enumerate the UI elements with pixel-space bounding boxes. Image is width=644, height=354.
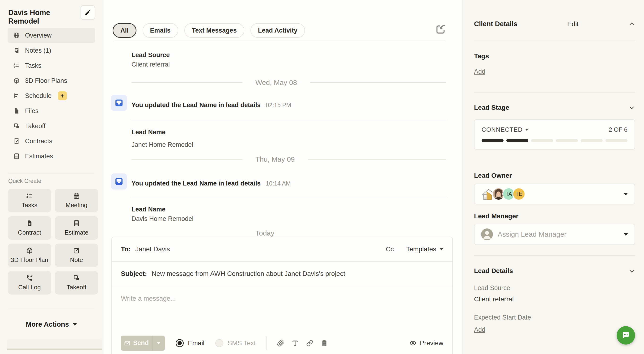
sidebar-item-label: Notes (1) [25,47,51,54]
sidebar-item-label: Overview [25,32,52,39]
cc-button[interactable]: Cc [386,246,394,253]
quick-create-meeting-button[interactable]: Meeting [55,189,98,212]
tab-emails[interactable]: Emails [142,23,178,38]
quick-create-tasks-button[interactable]: Tasks [8,189,51,212]
feed-field-label: Lead Source [132,52,170,59]
send-options-button[interactable] [152,336,165,351]
chevron-up-icon[interactable] [628,21,635,28]
divider-line [308,159,446,160]
panel-divider [474,40,635,41]
sidebar-item-overview[interactable]: Overview [8,28,95,43]
preview-button[interactable]: Preview [409,339,443,347]
tab-text-messages[interactable]: Text Messages [184,23,244,38]
quick-create-label: Tasks [22,202,37,209]
date-divider: Thu, May 09 [132,154,446,164]
document-icon [26,220,33,227]
send-button[interactable]: Send [121,336,152,351]
feed-field-label: Lead Name [132,206,166,213]
to-label: To: [121,246,130,253]
sidebar-item-schedule[interactable]: Schedule [8,88,95,103]
more-actions-button[interactable]: More Actions [0,318,103,331]
tab-lead-activity[interactable]: Lead Activity [250,23,305,38]
stage-progress-bar [482,139,628,142]
sidebar-item-files[interactable]: Files [8,103,95,118]
channel-sms-label: SMS Text [228,339,256,347]
stage-segment [531,139,553,142]
sidebar-item-3d-floor-plans[interactable]: 3D Floor Plans [8,73,95,88]
edit-client-details-link[interactable]: Edit [567,20,578,28]
calculator-icon [73,220,80,227]
calendar-icon [73,192,80,200]
divider-line [287,233,446,234]
lead-details-icon [111,174,127,190]
add-start-date-link[interactable]: Add [474,326,485,333]
radio-selected-icon [176,339,184,347]
stage-dropdown[interactable]: CONNECTED [482,126,528,133]
cube-icon [13,78,20,84]
sidebar-item-estimates[interactable]: Estimates [8,149,95,164]
quick-create-contract-button[interactable]: Contract [8,216,51,240]
quick-create-label: Estimate [64,229,88,236]
tasks-icon [13,62,20,69]
panel-title: Client Details [474,20,518,28]
takeoff-icon [13,123,20,129]
sidebar-item-contracts[interactable]: Contracts [8,134,95,149]
quick-create-note-button[interactable]: Note [55,244,98,267]
file-icon [13,108,20,114]
lead-owner-dropdown[interactable]: TA TE [474,184,635,204]
sidebar-item-takeoff[interactable]: Takeoff [8,118,95,134]
quick-create-label: Takeoff [66,284,86,291]
date-divider-today: Today [132,228,446,238]
quick-create-grid: Tasks Meeting Contract Estimate 3D Floor… [8,189,98,294]
caret-down-icon [440,248,443,250]
edit-project-button[interactable] [80,5,95,20]
composer-subject-row[interactable]: Subject: New message from AWH Constructi… [112,262,452,286]
message-input[interactable]: Write a message... [112,286,452,332]
sidebar-divider [8,173,94,174]
caret-down-icon [525,128,528,131]
sidebar-item-label: Estimates [25,153,53,160]
sidebar-item-label: Takeoff [25,122,46,130]
ai-sparkle-badge [58,91,67,100]
link-icon[interactable] [306,339,314,347]
lead-stage-heading: Lead Stage [474,104,509,112]
subject-value: New message from AWH Construction about … [152,270,345,278]
lead-owner-heading: Lead Owner [474,172,635,179]
activity-entry: You updated the Lead Name in lead detail… [132,180,291,187]
toolbar-divider [266,336,266,350]
sidebar-item-notes[interactable]: Notes (1) [8,43,95,58]
panel-divider [474,92,635,92]
quick-create-call-log-button[interactable]: Call Log [8,271,51,294]
chat-fab-button[interactable] [616,326,635,344]
sidebar-item-label: Files [25,108,38,115]
channel-sms-radio[interactable]: SMS Text [215,339,256,347]
gantt-icon [13,92,20,99]
activity-entry: You updated the Lead Name in lead detail… [132,102,291,109]
text-format-icon[interactable] [291,339,299,347]
sidebar-nav: Overview Notes (1) Tasks 3D Floor Plans … [8,28,95,164]
lead-manager-heading: Lead Manager [474,212,635,220]
chevron-down-icon[interactable] [628,104,635,111]
attachment-icon[interactable] [276,339,284,347]
composer-toolbar: Send Email SMS Text [112,332,452,354]
compose-icon[interactable] [435,24,446,35]
detail-field-label: Lead Source [474,284,635,292]
template-clipboard-icon[interactable] [320,339,328,347]
project-title: Davis Home Remodel [8,8,77,26]
quick-create-3d-floor-plan-button[interactable]: 3D Floor Plan [8,244,51,267]
composer-to-row[interactable]: To: Janet Davis Cc Templates [112,237,452,262]
stage-segment [506,139,528,142]
tab-all[interactable]: All [112,23,136,38]
channel-email-radio[interactable]: Email [176,339,204,347]
lead-details-heading: Lead Details [474,267,513,275]
sidebar-item-tasks[interactable]: Tasks [8,58,95,73]
caret-down-icon [624,233,628,236]
templates-dropdown[interactable]: Templates [406,246,443,253]
add-tag-link[interactable]: Add [474,68,485,75]
chevron-down-icon[interactable] [628,268,635,274]
quick-create-estimate-button[interactable]: Estimate [55,216,98,240]
sidebar-divider [8,308,94,308]
lead-manager-dropdown[interactable]: Assign Lead Manager [474,224,635,245]
tabs-divider [115,40,446,41]
quick-create-takeoff-button[interactable]: Takeoff [55,271,98,294]
